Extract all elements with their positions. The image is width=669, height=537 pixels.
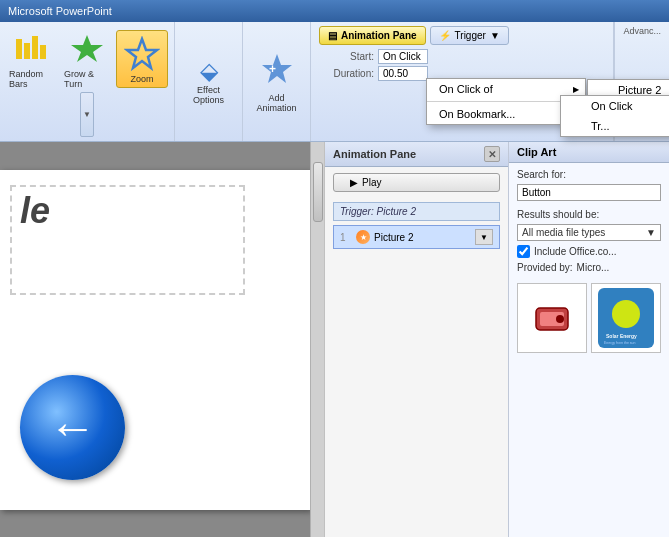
- play-label: Play: [362, 177, 381, 188]
- clip-results-grid: Solar Energy Energy from the sun: [509, 279, 669, 537]
- add-animation-button[interactable]: + Add Animation: [249, 47, 304, 117]
- svg-marker-4: [71, 35, 103, 62]
- grow-turn-button[interactable]: Grow & Turn: [61, 26, 113, 92]
- slide-title: le: [20, 190, 50, 232]
- svg-marker-6: [262, 54, 292, 83]
- anim-label: Picture 2: [374, 232, 413, 243]
- svg-rect-1: [24, 43, 30, 59]
- animation-pane-close-button[interactable]: ✕: [484, 146, 500, 162]
- svg-rect-3: [40, 45, 46, 59]
- scrollbar-thumb: [313, 162, 323, 222]
- clip-art-panel: Clip Art Search for: Results should be: …: [508, 142, 669, 537]
- clip-search-section: Search for: Results should be: All media…: [509, 163, 669, 279]
- pane-trigger-row: ▤ Animation Pane ⚡ Trigger ▼: [319, 26, 605, 45]
- effect-options-group: ⬙ Effect Options: [175, 22, 243, 141]
- play-icon: ▶: [350, 177, 358, 188]
- svg-rect-2: [32, 36, 38, 59]
- start-tr-label: Tr...: [591, 120, 610, 132]
- add-animation-group: + Add Animation: [243, 22, 311, 141]
- slide-area: le ←: [0, 142, 310, 537]
- start-on-click-option[interactable]: On Click: [561, 96, 669, 116]
- svg-point-12: [612, 300, 640, 328]
- clip-art-item-1[interactable]: [517, 283, 587, 353]
- include-checkbox[interactable]: [517, 245, 530, 258]
- on-click-of-label: On Click of: [439, 83, 493, 95]
- trigger-line: Trigger: Picture 2: [333, 202, 500, 221]
- animations-row: Random Bars Grow & Turn Zoom: [6, 26, 168, 92]
- animation-pane-sidebar: Animation Pane ✕ ▶ Play Trigger: Picture…: [324, 142, 508, 537]
- back-arrow-icon: ←: [49, 400, 97, 455]
- duration-value[interactable]: 00.50: [378, 66, 428, 81]
- back-button[interactable]: ←: [20, 375, 125, 480]
- start-label: Start:: [319, 51, 374, 62]
- animation-pane-title: Animation Pane: [333, 148, 416, 160]
- anim-effect-icon: ★: [356, 230, 370, 244]
- trigger-dropdown-arrow: ▼: [490, 30, 500, 41]
- clip-art-title: Clip Art: [509, 142, 669, 163]
- results-type-arrow: ▼: [646, 227, 656, 238]
- svg-rect-0: [16, 39, 22, 59]
- trigger-button[interactable]: ⚡ Trigger ▼: [430, 26, 509, 45]
- results-type-dropdown[interactable]: All media file types ▼: [517, 224, 661, 241]
- effect-options-button[interactable]: ⬙ Effect Options: [181, 53, 236, 109]
- animation-item[interactable]: 1 ★ Picture 2 ▼: [333, 225, 500, 249]
- add-animation-icon: +: [259, 51, 295, 93]
- clip-art-item-2[interactable]: Solar Energy Energy from the sun: [591, 283, 661, 353]
- start-row: Start: On Click: [319, 49, 605, 64]
- animations-group: Random Bars Grow & Turn Zoom: [0, 22, 175, 141]
- start-timing-dropdown: On Click Tr...: [560, 95, 669, 137]
- anim-item-dropdown[interactable]: ▼: [475, 229, 493, 245]
- animation-pane-icon: ▤: [328, 30, 337, 41]
- provided-by-value: Micro...: [577, 262, 610, 273]
- effect-options-label: Effect Options: [185, 85, 232, 105]
- include-label: Include Office.co...: [534, 246, 617, 257]
- random-bars-icon: [12, 29, 52, 69]
- advance-label: Advanc...: [623, 26, 661, 36]
- search-input[interactable]: [517, 184, 661, 201]
- animation-pane-header: Animation Pane ✕: [325, 142, 508, 167]
- start-tr-option[interactable]: Tr...: [561, 116, 669, 136]
- random-bars-button[interactable]: Random Bars: [6, 26, 58, 92]
- animation-pane-button-label: Animation Pane: [341, 30, 417, 41]
- search-for-label: Search for:: [517, 169, 661, 180]
- title-bar: Microsoft PowerPoint: [0, 0, 669, 22]
- animation-pane-toggle-button[interactable]: ▤ Animation Pane: [319, 26, 426, 45]
- slide-canvas: le ←: [0, 170, 310, 510]
- svg-text:+: +: [269, 62, 276, 76]
- anim-number: 1: [340, 232, 352, 243]
- grow-turn-label: Grow & Turn: [64, 69, 110, 89]
- play-button[interactable]: ▶ Play: [333, 173, 500, 192]
- provided-row: Provided by: Micro...: [517, 262, 661, 273]
- slide-scrollbar[interactable]: [310, 142, 324, 537]
- start-value[interactable]: On Click: [378, 49, 428, 64]
- slide-scroll-area: le ←: [0, 142, 324, 537]
- provided-by-label: Provided by:: [517, 262, 573, 273]
- start-on-click-label: On Click: [591, 100, 633, 112]
- back-button-circle: ←: [20, 375, 125, 480]
- title-bar-label: Microsoft PowerPoint: [8, 5, 112, 17]
- animations-dropdown[interactable]: ▼: [80, 92, 94, 137]
- svg-text:Energy from the sun: Energy from the sun: [604, 341, 636, 345]
- random-bars-label: Random Bars: [9, 69, 55, 89]
- include-row: Include Office.co...: [517, 245, 661, 258]
- timing-section: Start: On Click Duration: 00.50: [319, 49, 605, 81]
- main-content: le ← Animation Pane ✕ ▶ Play Trigger: Pi…: [0, 142, 669, 537]
- on-bookmark-label: On Bookmark...: [439, 108, 515, 120]
- results-should-be-label: Results should be:: [517, 209, 661, 220]
- zoom-label: Zoom: [130, 74, 153, 84]
- add-animation-label: Add Animation: [253, 93, 300, 113]
- zoom-button[interactable]: Zoom: [116, 30, 168, 88]
- svg-marker-5: [127, 39, 157, 68]
- zoom-icon: [122, 34, 162, 74]
- grow-turn-icon: [67, 29, 107, 69]
- results-type-value: All media file types: [522, 227, 605, 238]
- duration-label: Duration:: [319, 68, 374, 79]
- effect-options-icon: ⬙: [200, 57, 218, 85]
- svg-point-10: [556, 315, 564, 323]
- trigger-button-label: Trigger: [455, 30, 486, 41]
- trigger-icon: ⚡: [439, 30, 451, 41]
- svg-text:Solar Energy: Solar Energy: [606, 333, 637, 339]
